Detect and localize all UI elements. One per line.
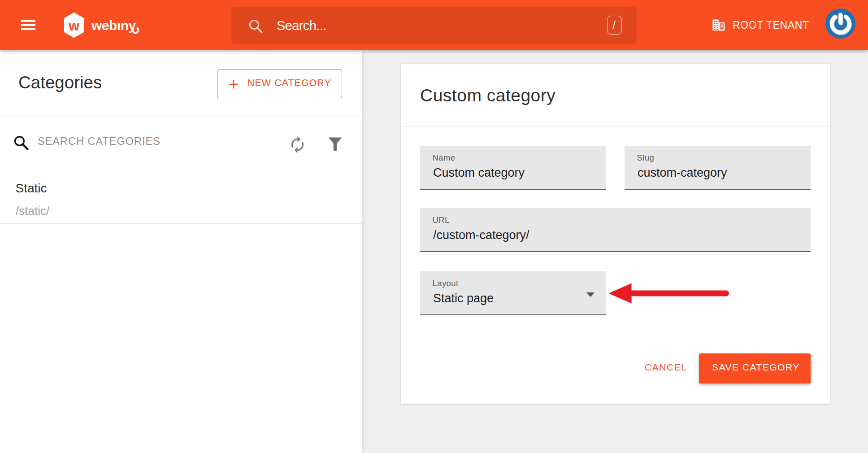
svg-text:w: w <box>68 17 80 33</box>
